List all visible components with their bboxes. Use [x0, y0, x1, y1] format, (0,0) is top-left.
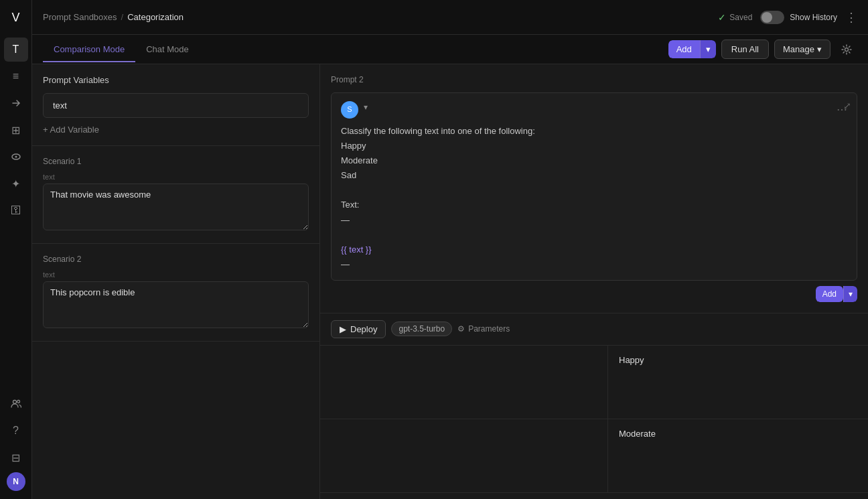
- model-avatar: S: [341, 101, 358, 119]
- workspace: Prompt Variables text + Add Variable Sce…: [32, 64, 868, 499]
- scenario-1-text-input[interactable]: That movie was awesome: [43, 184, 309, 230]
- sidebar-item-magic[interactable]: ✦: [4, 171, 28, 196]
- svg-point-4: [845, 48, 849, 51]
- scenario-1-result-text: Happy: [619, 355, 644, 365]
- scenario-2-section: Scenario 2 text This popcorn is edible: [32, 244, 319, 342]
- check-icon: ✓: [718, 12, 726, 23]
- left-panel: Prompt Variables text + Add Variable Sce…: [32, 64, 320, 499]
- model-dropdown[interactable]: ▾: [364, 101, 368, 114]
- add-small-dropdown-button[interactable]: ▾: [843, 286, 857, 302]
- template-variable: {{ text }}: [341, 244, 372, 255]
- run-all-button[interactable]: Run All: [721, 40, 769, 59]
- scenario-1-result-right: Happy: [608, 346, 868, 419]
- scenario-2-result-right: Moderate: [608, 419, 868, 492]
- topbar-right: ✓ Saved Show History ⋮: [718, 10, 857, 25]
- add-variable-button[interactable]: + Add Variable: [43, 125, 99, 135]
- prompt-2-label: Prompt 2: [331, 75, 364, 84]
- prompt-variables-section: Prompt Variables text + Add Variable: [32, 64, 319, 146]
- scenario-1-section: Scenario 1 text That movie was awesome: [32, 146, 319, 244]
- add-button-group: Add ▾: [668, 40, 716, 58]
- scenario-1-result-row: Happy: [320, 346, 868, 419]
- sidebar-item-dashboard[interactable]: ⊞: [4, 118, 28, 142]
- prompt-2-section: Prompt 2 S ▾ ⋯ Classify the following te…: [320, 64, 868, 313]
- breadcrumb-separator: /: [121, 12, 124, 22]
- tab-comparison-mode[interactable]: Comparison Mode: [43, 38, 135, 62]
- add-dropdown-button[interactable]: ▾: [700, 40, 716, 58]
- model-tag[interactable]: gpt-3.5-turbo: [391, 322, 452, 336]
- add-button[interactable]: Add: [668, 40, 700, 58]
- sidebar-item-users[interactable]: [4, 392, 28, 416]
- play-icon: ▶: [340, 324, 346, 334]
- scenario-2-result-text: Moderate: [619, 429, 656, 439]
- gear-icon: ⚙: [457, 324, 465, 334]
- toolbar: Add ▾ Run All Manage ▾: [668, 39, 857, 60]
- breadcrumb: Prompt Sandboxes / Categorization: [43, 12, 184, 22]
- saved-label: Saved: [729, 13, 752, 22]
- svg-point-3: [17, 401, 19, 403]
- sidebar-item-share[interactable]: [4, 91, 28, 115]
- scenario-1-result-left: [320, 346, 608, 419]
- breadcrumb-current: Categorization: [127, 12, 184, 22]
- parameters-button[interactable]: ⚙ Parameters: [457, 324, 510, 334]
- scenario-2-text-input[interactable]: This popcorn is edible: [43, 281, 309, 328]
- sidebar-item-document[interactable]: ≡: [4, 64, 28, 88]
- breadcrumb-parent[interactable]: Prompt Sandboxes: [43, 12, 117, 22]
- prompt-2-editor[interactable]: S ▾ ⋯ Classify the following text into o…: [331, 92, 857, 281]
- right-panel: Prompt 2 S ▾ ⋯ Classify the following te…: [320, 64, 868, 499]
- show-history-label: Show History: [790, 13, 837, 22]
- prompt-content: Classify the following text into one of …: [341, 124, 847, 272]
- scenario-2-result-left: [320, 419, 608, 492]
- scenario-1-label: Scenario 1: [43, 157, 309, 166]
- sidebar: V T ≡ ⊞ ✦ ⚿ ? ⊟ N: [0, 0, 32, 499]
- deploy-button[interactable]: ▶ Deploy: [331, 320, 386, 338]
- tab-chat-mode[interactable]: Chat Mode: [135, 38, 200, 62]
- scenario-2-var-label: text: [43, 271, 309, 279]
- add-small-button[interactable]: Add: [816, 286, 843, 302]
- saved-indicator: ✓ Saved: [718, 12, 752, 23]
- sidebar-item-eye[interactable]: [4, 145, 28, 169]
- sidebar-item-help[interactable]: ?: [4, 419, 28, 443]
- svg-point-1: [15, 156, 17, 158]
- variable-input[interactable]: text: [43, 93, 309, 118]
- manage-button[interactable]: Manage ▾: [774, 40, 830, 59]
- deploy-bar: ▶ Deploy gpt-3.5-turbo ⚙ Parameters: [320, 313, 868, 346]
- topbar: Prompt Sandboxes / Categorization ✓ Save…: [32, 0, 868, 35]
- scenario-1-var-label: text: [43, 173, 309, 181]
- show-history-toggle[interactable]: [760, 11, 784, 24]
- expand-button[interactable]: ⤢: [843, 98, 851, 113]
- settings-button[interactable]: [836, 39, 857, 60]
- app-logo: V: [7, 8, 25, 27]
- scenario-2-label: Scenario 2: [43, 255, 309, 264]
- prompt-editor-header: S ▾ ⋯: [341, 101, 847, 119]
- sidebar-item-key[interactable]: ⚿: [4, 198, 28, 222]
- prompt-variables-title: Prompt Variables: [43, 75, 309, 85]
- toggle-knob: [762, 12, 772, 23]
- avatar[interactable]: N: [7, 472, 25, 491]
- main-content: Prompt Sandboxes / Categorization ✓ Save…: [32, 0, 868, 499]
- svg-point-2: [13, 401, 16, 404]
- add-small-button-group: Add ▾: [816, 286, 857, 302]
- more-options-button[interactable]: ⋮: [845, 10, 857, 25]
- mode-tabs-bar: Comparison Mode Chat Mode Add ▾ Run All …: [32, 35, 868, 64]
- scenario-2-result-row: Moderate: [320, 419, 868, 493]
- prompt-actions: Add ▾: [331, 286, 857, 302]
- mode-tabs-left: Comparison Mode Chat Mode: [43, 38, 200, 62]
- sidebar-item-table[interactable]: ⊟: [4, 445, 28, 470]
- prompt-2-header: Prompt 2: [331, 75, 857, 84]
- sidebar-item-text-format[interactable]: T: [4, 38, 28, 62]
- show-history-toggle-wrap: Show History: [760, 11, 837, 24]
